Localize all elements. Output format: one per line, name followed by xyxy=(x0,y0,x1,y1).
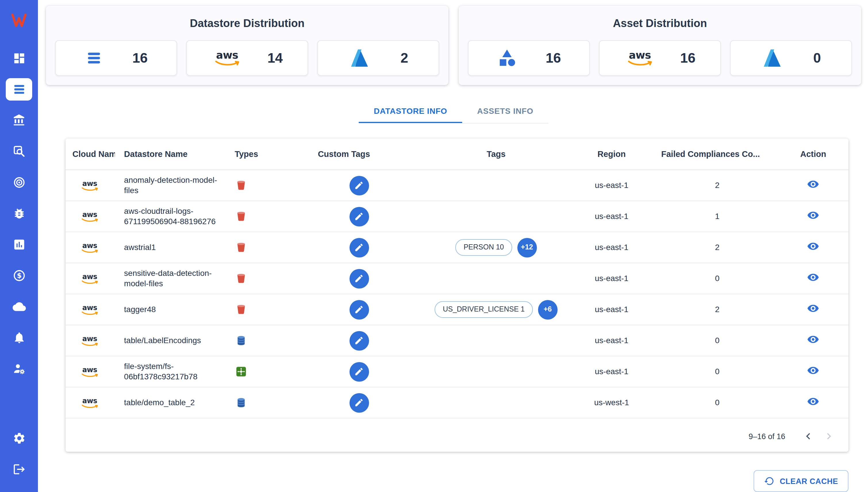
sidebar-item-cloud[interactable] xyxy=(6,295,32,318)
view-details-button[interactable] xyxy=(803,301,823,316)
sidebar-item-data-scan[interactable] xyxy=(6,140,32,163)
sidebar-item-settings[interactable] xyxy=(6,427,32,449)
tab-assets-info[interactable]: ASSETS INFO xyxy=(462,99,548,123)
eye-icon xyxy=(807,178,820,191)
stat-datastore-aws: 14 xyxy=(186,40,308,76)
column-header-region: Region xyxy=(567,139,656,170)
datastore-name: file-system/fs-06bf1378c93217b78 xyxy=(124,362,222,382)
asset-stats-row: 16 16 0 xyxy=(468,40,852,76)
sidebar-item-logout[interactable] xyxy=(6,458,32,481)
region: us-east-1 xyxy=(595,367,628,376)
stat-datastore-total: 16 xyxy=(55,40,177,76)
brand-logo[interactable] xyxy=(8,9,30,31)
settings-gear-icon xyxy=(13,432,26,445)
sidebar-footer xyxy=(6,427,32,481)
edit-custom-tags-button[interactable] xyxy=(349,206,369,226)
page-footer: CLEAR CACHE xyxy=(46,470,848,492)
sidebar-item-governance[interactable] xyxy=(6,109,32,132)
card-title: Asset Distribution xyxy=(468,17,852,30)
eye-icon xyxy=(807,302,820,315)
column-header-datastore-name: Datastore Name xyxy=(115,139,226,170)
view-details-button[interactable] xyxy=(803,239,823,254)
tag-chip[interactable]: US_DRIVER_LICENSE 1 xyxy=(435,301,533,318)
sidebar-item-datastores[interactable] xyxy=(6,78,32,101)
datastore-name: table/demo_table_2 xyxy=(124,398,222,408)
datastore-name: aws-cloudtrail-logs-671199506904-8819627… xyxy=(124,206,222,226)
view-details-button[interactable] xyxy=(803,333,823,347)
failed-compliances-count: 2 xyxy=(715,180,720,190)
tabs: DATASTORE INFO ASSETS INFO xyxy=(359,99,548,124)
failed-compliances-count: 2 xyxy=(715,304,720,314)
view-details-button[interactable] xyxy=(803,208,823,223)
aws-cloud-logo xyxy=(79,241,100,254)
more-tags-badge[interactable]: +12 xyxy=(517,238,537,257)
radar-target-icon xyxy=(13,176,26,189)
sidebar-item-monitoring[interactable] xyxy=(6,171,32,194)
region: us-east-1 xyxy=(595,336,628,345)
tab-datastore-info[interactable]: DATASTORE INFO xyxy=(359,99,462,123)
failed-compliances-count: 2 xyxy=(715,243,720,252)
datastore-name: sensitive-data-detection-model-files xyxy=(124,268,222,289)
s3-bucket-icon xyxy=(235,211,247,222)
edit-custom-tags-button[interactable] xyxy=(349,269,369,288)
eye-icon xyxy=(807,364,820,377)
tags-group: US_DRIVER_LICENSE 1 +6 xyxy=(435,300,557,319)
stat-value: 2 xyxy=(401,50,408,66)
next-page-button[interactable] xyxy=(819,426,839,447)
edit-custom-tags-button[interactable] xyxy=(349,393,369,412)
more-tags-badge[interactable]: +6 xyxy=(538,300,557,319)
azure-logo-icon xyxy=(761,47,783,69)
sidebar-item-cost[interactable] xyxy=(6,264,32,287)
sidebar-item-vulnerabilities[interactable] xyxy=(6,202,32,225)
user-management-icon xyxy=(13,362,26,375)
column-header-tags: Tags xyxy=(426,139,567,170)
region: us-east-1 xyxy=(595,304,628,314)
azure-logo-icon xyxy=(348,47,370,69)
column-header-action: Action xyxy=(778,139,848,170)
region: us-east-1 xyxy=(595,180,628,190)
edit-custom-tags-button[interactable] xyxy=(349,331,369,350)
previous-page-button[interactable] xyxy=(798,426,819,447)
sidebar-item-dashboard[interactable] xyxy=(6,47,32,70)
data-scan-search-icon xyxy=(13,145,26,158)
stat-value: 14 xyxy=(267,50,282,66)
datastore-name: anomaly-detection-model-files xyxy=(124,175,222,195)
view-details-button[interactable] xyxy=(803,270,823,285)
failed-compliances-count: 0 xyxy=(715,274,720,283)
sidebar-item-reports[interactable] xyxy=(6,233,32,256)
sidebar-item-alerts[interactable] xyxy=(6,326,32,349)
table-row: tagger48 US_DRIVER_LICENSE 1 +6 us-east-… xyxy=(66,294,848,325)
edit-custom-tags-button[interactable] xyxy=(349,238,369,257)
datastore-name: table/LabelEncodings xyxy=(124,336,222,346)
datastore-name: tagger48 xyxy=(124,304,222,315)
region: us-east-1 xyxy=(595,274,628,283)
stat-datastore-azure: 2 xyxy=(317,40,439,76)
pencil-icon xyxy=(354,336,364,345)
clear-cache-label: CLEAR CACHE xyxy=(780,477,838,485)
view-details-button[interactable] xyxy=(803,177,823,192)
sidebar-item-user-management[interactable] xyxy=(6,358,32,380)
table-row: aws-cloudtrail-logs-671199506904-8819627… xyxy=(66,201,848,232)
failed-compliances-count: 0 xyxy=(715,367,720,376)
edit-custom-tags-button[interactable] xyxy=(349,176,369,195)
view-details-button[interactable] xyxy=(803,395,823,409)
main-content: Datastore Distribution 16 14 2 xyxy=(38,0,868,492)
stat-asset-aws: 16 xyxy=(599,40,721,76)
sidebar xyxy=(0,0,38,492)
s3-bucket-icon xyxy=(235,303,247,316)
view-details-button[interactable] xyxy=(803,364,823,378)
database-table-icon xyxy=(235,397,247,409)
eye-icon xyxy=(807,209,820,222)
aws-cloud-logo xyxy=(79,334,100,347)
asset-distribution-card: Asset Distribution 16 16 0 xyxy=(459,6,861,85)
aws-cloud-logo xyxy=(79,303,100,316)
stat-asset-azure: 0 xyxy=(730,40,852,76)
edit-custom-tags-button[interactable] xyxy=(349,300,369,319)
edit-custom-tags-button[interactable] xyxy=(349,362,369,382)
column-header-failed-compliances: Failed Compliances Co... xyxy=(657,139,778,170)
datastore-distribution-card: Datastore Distribution 16 14 2 xyxy=(46,6,448,85)
stat-value: 16 xyxy=(680,50,695,66)
tag-chip[interactable]: PERSON 10 xyxy=(455,239,512,256)
clear-cache-button[interactable]: CLEAR CACHE xyxy=(754,470,848,492)
stat-value: 16 xyxy=(132,50,147,66)
